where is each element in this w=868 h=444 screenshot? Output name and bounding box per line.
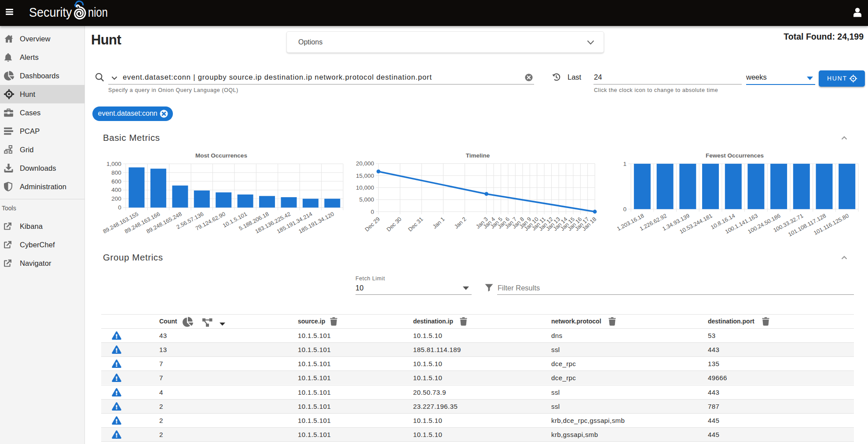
svg-text:Jan 1: Jan 1 (431, 216, 446, 230)
svg-text:200: 200 (111, 195, 121, 202)
svg-text:1: 1 (623, 161, 627, 167)
svg-text:0: 0 (118, 204, 121, 211)
svg-text:0: 0 (623, 206, 627, 213)
svg-text:10,000: 10,000 (356, 184, 374, 191)
svg-text:600: 600 (111, 178, 121, 185)
svg-text:400: 400 (111, 187, 121, 193)
svg-text:Jan 2: Jan 2 (453, 216, 468, 230)
svg-text:Most Occurrences: Most Occurrences (195, 152, 247, 159)
svg-text:800: 800 (111, 169, 121, 176)
svg-text:Fewest Occurrences: Fewest Occurrences (706, 152, 764, 159)
svg-text:89.248.163.155: 89.248.163.155 (102, 210, 139, 235)
svg-text:Dec 31: Dec 31 (407, 216, 425, 233)
svg-text:15,000: 15,000 (356, 172, 374, 179)
svg-text:101.108.117.128: 101.108.117.128 (787, 212, 827, 238)
svg-text:Dec 30: Dec 30 (385, 216, 403, 233)
svg-text:Timeline: Timeline (466, 152, 490, 159)
svg-text:Dec 29: Dec 29 (363, 216, 381, 233)
svg-text:0: 0 (371, 209, 374, 215)
svg-text:5,000: 5,000 (359, 196, 374, 203)
svg-text:20,000: 20,000 (356, 160, 374, 167)
svg-text:1,000: 1,000 (106, 161, 121, 167)
